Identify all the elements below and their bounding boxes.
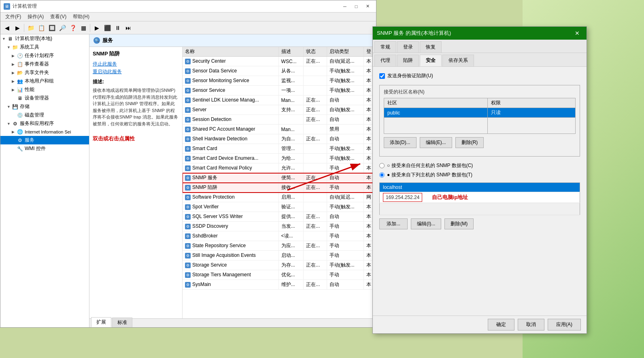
service-row[interactable]: ⚙Smart Card Removal Policy 允许... 手动 本 xyxy=(183,163,376,173)
host-empty-row xyxy=(380,203,580,215)
tree-item-task-scheduler[interactable]: ▶ 🕐 任务计划程序 xyxy=(0,51,89,60)
service-row[interactable]: ⚙SSDP Discovery 当发... 正在... 手动 本 xyxy=(183,222,376,231)
service-row[interactable]: ⚙Storage Tiers Management 优化... 手动 本 xyxy=(183,270,376,280)
maximize-button[interactable]: □ xyxy=(351,2,361,11)
tree-item-system-tools[interactable]: ▼ 📁 系统工具 xyxy=(0,43,89,51)
service-startup: 自动 xyxy=(327,95,363,105)
community-add-button[interactable]: 添加(D)... xyxy=(384,137,417,148)
show-hide-button[interactable]: 📋 xyxy=(36,23,46,33)
service-startup: 手动(触发... xyxy=(327,76,363,86)
close-button[interactable]: ✕ xyxy=(362,2,373,11)
service-row[interactable]: ⚙Sensor Service 一项... 手动(触发... 本 xyxy=(183,86,376,95)
col-header-name[interactable]: 名称 xyxy=(183,47,278,57)
tree-item-services[interactable]: ⚙ 服务 xyxy=(0,136,89,144)
services-table: 名称 描述 状态 启动类型 登 ⚙Security Center WSC... … xyxy=(183,47,376,290)
service-row[interactable]: ⚙Sentinel LDK License Manag... Man... 正在… xyxy=(183,95,376,105)
new-window-button[interactable]: 🔲 xyxy=(47,23,57,33)
pause-button[interactable]: ⏸ xyxy=(113,23,123,33)
dialog-tab-login[interactable]: 登录 xyxy=(397,41,419,53)
dialog-window: SNMP 服务 的属性(本地计算机) ✕ 常规 登录 恢复 代理 陷阱 安全 依… xyxy=(372,26,587,334)
col-header-desc[interactable]: 描述 xyxy=(278,47,304,57)
radio-list-hosts[interactable] xyxy=(379,172,385,178)
service-row[interactable]: ⚙Storage Service 为存... 正在... 手动(触发... 本 xyxy=(183,261,376,270)
service-row[interactable]: ⚙SQL Server VSS Writer 提供... 正在... 自动 本 xyxy=(183,212,376,222)
properties-button[interactable]: 🔎 xyxy=(57,23,67,33)
community-col-name[interactable]: 社区 xyxy=(384,98,488,108)
dialog-tab-trap[interactable]: 陷阱 xyxy=(397,55,419,66)
menu-view[interactable]: 查看(V) xyxy=(47,13,70,21)
service-row[interactable]: ⚙Software Protection 启用... 自动(延迟... 网 xyxy=(183,193,376,202)
hosts-delete-button[interactable]: 删除(M) xyxy=(444,218,474,229)
restart-service-link[interactable]: 重启动此服务 xyxy=(93,68,179,75)
restart-button[interactable]: ⏭ xyxy=(123,23,133,33)
tree-item-device-manager[interactable]: 🖥 设备管理器 xyxy=(0,94,89,102)
service-row[interactable]: ⚙Smart Card 管理... 手动(触发... 本 xyxy=(183,144,376,154)
dialog-tab-general[interactable]: 常规 xyxy=(374,41,396,53)
apply-button[interactable]: 应用(A) xyxy=(548,319,581,330)
tree-item-storage[interactable]: ▼ 💾 存储 xyxy=(0,102,89,111)
tab-standard[interactable]: 标准 xyxy=(112,318,132,327)
service-row[interactable]: ⚙Shared PC Account Manager Man... 禁用 本 xyxy=(183,125,376,134)
ok-button[interactable]: 确定 xyxy=(488,319,514,330)
service-status xyxy=(304,231,327,241)
up-button[interactable]: 📁 xyxy=(26,23,36,33)
play-button[interactable]: ▶ xyxy=(92,23,102,33)
dialog-tab-agent[interactable]: 代理 xyxy=(374,55,396,66)
service-name: ⚙Sentinel LDK License Manag... xyxy=(183,95,278,105)
tree-root[interactable]: ▼ 🖥 计算机管理(本地) xyxy=(0,34,89,43)
service-row[interactable]: ⚙Session Detection 正在... 自动 本 xyxy=(183,115,376,125)
tree-item-event-viewer[interactable]: ▶ 📋 事件查看器 xyxy=(0,60,89,68)
dialog-tab-dependencies[interactable]: 依存关系 xyxy=(442,55,474,66)
service-row[interactable]: ⚙Spot Verifier 验证... 手动(触发... 本 xyxy=(183,202,376,212)
view-button[interactable]: ▦ xyxy=(79,23,88,33)
help-button[interactable]: ❓ xyxy=(68,23,78,33)
menu-action[interactable]: 操作(A) xyxy=(24,13,47,21)
community-row-public[interactable]: public 只读 xyxy=(384,108,576,118)
host-row-localhost[interactable]: localhost xyxy=(380,183,580,192)
community-delete-button[interactable]: 删除(R) xyxy=(455,137,484,148)
hosts-add-button[interactable]: 添加... xyxy=(379,218,408,229)
service-row[interactable]: ⚙Server 支持... 正在... 自动(触发... 本 xyxy=(183,105,376,115)
forward-button[interactable]: ▶ xyxy=(13,23,22,33)
col-header-status[interactable]: 状态 xyxy=(304,47,327,57)
tree-item-disk-mgmt[interactable]: 💿 磁盘管理 xyxy=(0,111,89,119)
service-row[interactable]: ⚙Shell Hardware Detection 为自... 正在... 自动… xyxy=(183,134,376,144)
tree-item-services-apps[interactable]: ▼ ⚙ 服务和应用程序 xyxy=(0,119,89,128)
send-auth-trap-checkbox[interactable] xyxy=(379,73,385,79)
back-button[interactable]: ◀ xyxy=(2,23,12,33)
community-edit-button[interactable]: 编辑(E)... xyxy=(420,137,452,148)
service-startup: 自动 xyxy=(327,115,363,125)
tree-item-local-users[interactable]: ▶ 👥 本地用户和组 xyxy=(0,77,89,85)
service-row[interactable]: ⚙Security Center WSC... 正在... 自动(延迟... 本 xyxy=(183,57,376,66)
stop-service-link[interactable]: 停止此服务 xyxy=(93,61,179,68)
dialog-tab-recovery[interactable]: 恢复 xyxy=(420,41,442,53)
radio-any-host[interactable] xyxy=(379,163,385,168)
host-row-ip[interactable]: 169.254.252.24 自己电脑ip地址 xyxy=(380,192,580,203)
service-row[interactable]: ⚙SshdBroker <读... 手动 本 xyxy=(183,231,376,241)
host-localhost: localhost xyxy=(380,183,580,192)
menu-file[interactable]: 文件(F) xyxy=(2,13,24,21)
tab-expand[interactable]: 扩展 xyxy=(91,317,111,327)
service-row[interactable]: ⚙State Repository Service 为应... 正在... 手动… xyxy=(183,241,376,251)
cancel-button[interactable]: 取消 xyxy=(518,319,544,330)
tree-item-shared-folder[interactable]: ▶ 📂 共享文件夹 xyxy=(0,68,89,77)
tree-item-wmi[interactable]: 🔧 WMI 控件 xyxy=(0,144,89,153)
col-header-startup[interactable]: 启动类型 xyxy=(327,47,363,57)
service-row[interactable]: ⚙SysMain 维护... 正在... 自动 本 xyxy=(183,280,376,290)
dialog-close-button[interactable]: ✕ xyxy=(572,29,582,38)
service-row[interactable]: ⚙Sensor Data Service 从各... 手动(触发... 本 xyxy=(183,66,376,76)
stop-button[interactable]: ⬛ xyxy=(102,23,112,33)
service-row[interactable]: ⚙Smart Card Device Enumera... 为给... 手动(触… xyxy=(183,154,376,163)
community-col-permission[interactable]: 权限 xyxy=(487,98,575,108)
menu-help[interactable]: 帮助(H) xyxy=(70,13,93,21)
service-row[interactable]: ⚙Still Image Acquisition Events 启动... 手动… xyxy=(183,251,376,261)
service-row[interactable]: ⚙SNMP 陷阱 接收... 正在... 手动 本 xyxy=(183,183,376,193)
description-text: 接收本地或远程简单网络管理协议(SNMP) 代理程序生成的陷阱消息并将消息转发到… xyxy=(93,87,179,127)
hosts-edit-button[interactable]: 编辑(I)... xyxy=(411,218,441,229)
service-row[interactable]: ⚙SNMP 服务 便简... 正在... 自动 本 xyxy=(183,173,376,183)
tree-item-iis[interactable]: ▶ 🌐 Internet Information Sei xyxy=(0,128,89,136)
minimize-button[interactable]: ─ xyxy=(340,2,350,11)
dialog-tab-security[interactable]: 安全 xyxy=(420,55,442,66)
service-row[interactable]: ⚙Sensor Monitoring Service 监视... 手动(触发..… xyxy=(183,76,376,86)
tree-item-performance[interactable]: ▶ 📊 性能 xyxy=(0,85,89,94)
